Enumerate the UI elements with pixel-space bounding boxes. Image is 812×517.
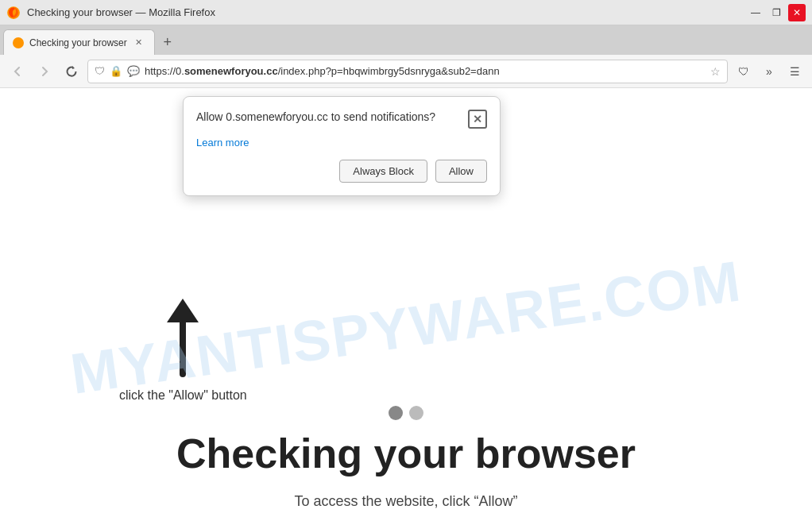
address-text: https://0.somenewforyou.cc/index.php?p=h… <box>145 65 706 77</box>
sub-heading: To access the website, click “Allow” <box>294 493 517 510</box>
notification-header: Allow 0.somenewforyou.cc to send notific… <box>196 110 487 129</box>
tab-label: Checking your browser <box>29 37 127 48</box>
titlebar-left: Checking your browser — Mozilla Firefox <box>6 6 215 20</box>
learn-more-link[interactable]: Learn more <box>196 137 487 149</box>
arrow-instruction-text: click the "Allow" button <box>119 388 247 403</box>
notification-title: Allow 0.somenewforyou.cc to send notific… <box>196 110 435 125</box>
close-button[interactable]: ✕ <box>788 4 806 21</box>
extensions-button[interactable]: » <box>758 60 780 83</box>
svg-point-1 <box>13 37 24 48</box>
shield-icon: 🛡 <box>95 65 105 77</box>
notification-buttons: Always Block Allow <box>196 160 487 183</box>
svg-marker-4 <box>167 299 199 322</box>
bookmark-star-icon[interactable]: ☆ <box>710 65 721 78</box>
vpn-icon[interactable]: 🛡 <box>733 60 755 83</box>
url-path: /index.php?p=hbqwimbrgy5dsnryga&sub2=dan… <box>278 65 500 77</box>
firefox-logo-icon <box>6 6 21 20</box>
reload-button[interactable] <box>60 60 83 83</box>
titlebar-title: Checking your browser — Mozilla Firefox <box>27 6 215 18</box>
main-heading: Checking your browser <box>176 430 636 477</box>
reload-icon <box>65 65 78 78</box>
arrow-instruction: click the "Allow" button <box>119 295 247 403</box>
new-tab-button[interactable]: + <box>157 31 179 53</box>
loading-dot-2 <box>409 406 423 420</box>
arrow-up-icon <box>155 295 211 382</box>
loading-dots <box>389 406 423 420</box>
minimize-button[interactable]: — <box>747 4 764 21</box>
loading-dot-1 <box>389 406 403 420</box>
content-area: Allow 0.somenewforyou.cc to send notific… <box>0 88 812 517</box>
notification-popup: Allow 0.somenewforyou.cc to send notific… <box>183 96 501 196</box>
forward-button[interactable] <box>33 60 56 83</box>
tabbar: Checking your browser ✕ + <box>0 25 812 55</box>
navbar: 🛡 🔒 💬 https://0.somenewforyou.cc/index.p… <box>0 55 812 88</box>
titlebar-controls: — ❐ ✕ <box>747 4 806 21</box>
maximize-button[interactable]: ❐ <box>768 4 785 21</box>
menu-button[interactable]: ☰ <box>783 60 806 83</box>
nav-icons-right: 🛡 » ☰ <box>733 60 806 83</box>
forward-icon <box>39 66 50 77</box>
lock-icon: 🔒 <box>110 65 122 77</box>
svg-marker-2 <box>72 66 75 69</box>
active-tab[interactable]: Checking your browser ✕ <box>3 29 155 55</box>
back-button[interactable] <box>6 60 29 83</box>
allow-button[interactable]: Allow <box>435 160 487 183</box>
back-icon <box>12 66 23 77</box>
tab-favicon-icon <box>12 37 25 49</box>
url-domain: somenewforyou.cc <box>184 65 278 77</box>
url-prefix: https://0. <box>145 65 184 77</box>
always-block-button[interactable]: Always Block <box>339 160 427 183</box>
tab-close-button[interactable]: ✕ <box>132 36 146 50</box>
notification-close-button[interactable]: ✕ <box>468 110 487 129</box>
titlebar: Checking your browser — Mozilla Firefox … <box>0 0 812 25</box>
address-bar[interactable]: 🛡 🔒 💬 https://0.somenewforyou.cc/index.p… <box>87 60 728 83</box>
chat-icon: 💬 <box>127 65 140 77</box>
